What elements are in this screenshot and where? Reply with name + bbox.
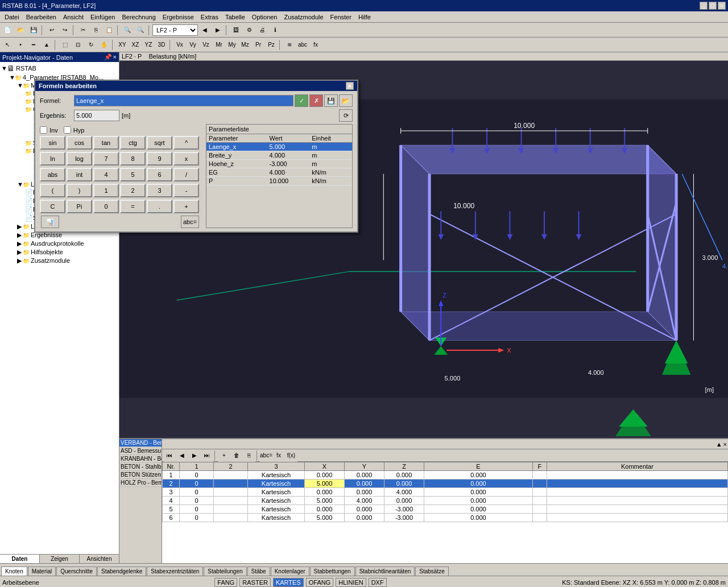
sheet-tb-last[interactable]: ⏭ [201,449,213,462]
param-row[interactable]: Laenge_x 5.000 m [206,143,352,151]
menu-tabelle[interactable]: Tabelle [222,13,249,21]
tb2-label[interactable]: Vx [173,39,186,51]
calc-abc-btn[interactable]: abc= [181,216,199,228]
calc-pi[interactable]: Pi [67,200,92,213]
calc-table-btn[interactable]: 📊 [41,216,59,228]
menu-hilfe[interactable]: Hilfe [355,13,374,21]
status-kartes[interactable]: KARTES [273,578,304,587]
calc-lparen[interactable]: ( [40,184,65,197]
formel-input[interactable] [74,95,293,106]
tree-hilfsobjekte[interactable]: ▶📁Hilfsobjekte [1,248,118,257]
calc-7[interactable]: 7 [93,152,119,166]
restore-btn[interactable]: □ [709,2,717,10]
tb-info[interactable]: ℹ [269,24,282,36]
tb2-my[interactable]: My [226,39,238,51]
tb2-view-3d[interactable]: 3D [155,39,168,51]
tb-zoom-out[interactable]: 🔍 [134,24,147,36]
nav-close-btn[interactable]: × [113,53,117,61]
table-row[interactable]: 3 0 Kartesisch 0.000 0.000 4.000 0.000 [163,488,728,497]
tb-paste[interactable]: 📋 [103,24,115,36]
strip-asd[interactable]: ASD - Bemessung na... [119,447,162,455]
tb-redo[interactable]: ↪ [59,24,71,36]
tb2-zoom-all[interactable]: ⊡ [72,39,84,51]
calc-rparen[interactable]: ) [67,184,92,197]
calc-abs[interactable]: abs [40,168,65,181]
formula-dialog[interactable]: Formeln bearbeiten × Formel: ✓ ✗ 💾 📂 Erg… [34,80,358,233]
tb2-fx[interactable]: fx [309,39,322,51]
tab-stabendgelenke[interactable]: Stabendgelenke [97,567,146,576]
formula-dialog-title[interactable]: Formeln bearbeiten × [35,81,357,91]
calc-sqrt[interactable]: sqrt [147,136,172,150]
tb2-pz[interactable]: Pz [265,39,278,51]
tb2-select[interactable]: ↖ [1,39,14,51]
formula-dialog-close-btn[interactable]: × [346,82,354,90]
tree-rstab[interactable]: ▼ 🖥 RSTAB [1,63,118,73]
tb2-pr[interactable]: Pr [252,39,264,51]
calc-ctg[interactable]: ctg [120,136,146,150]
strip-holz[interactable]: HOLZ Pro - Bemerru... [119,479,162,487]
calc-x[interactable]: x [173,152,199,166]
strip-kranbahn[interactable]: KRANBAHN - Bemes... [119,455,162,463]
sheet-tb-add[interactable]: + [218,449,230,462]
tb2-view-xz[interactable]: XZ [129,39,142,51]
param-row[interactable]: EG 4.000 kN/m [206,168,352,177]
tab-stabnichtlin[interactable]: Stabnichtlinearitäten [355,567,415,576]
tb2-mr[interactable]: Mr [213,39,225,51]
calc-minus[interactable]: - [173,184,199,197]
menu-datei[interactable]: Datei [1,13,23,21]
tb-next-lf[interactable]: ▶ [212,24,224,36]
table-row[interactable]: 4 0 Kartesisch 5.000 4.000 0.000 0.000 [163,497,728,505]
tb-undo[interactable]: ↩ [46,24,58,36]
sheet-tb-abc[interactable]: abc= [260,449,272,462]
tab-stabbettungen[interactable]: Stabbettungen [310,567,355,576]
sheet-tb-copy[interactable]: ⎘ [243,449,255,462]
strip-beton[interactable]: BETON - Stahlbeton... [119,463,162,471]
table-row[interactable]: 5 0 Kartesisch 0.000 0.000 -3.000 0.000 [163,505,728,514]
param-row[interactable]: P 10.000 kN/m [206,177,352,185]
menu-optionen[interactable]: Optionen [249,13,281,21]
calc-plus[interactable]: + [173,200,199,213]
menu-extras[interactable]: Extras [197,13,222,21]
sheet-tb-fx2[interactable]: f(x) [285,449,297,462]
nav-pin-btn[interactable]: 📌 [104,53,112,61]
tab-stabsaetze[interactable]: Stabsätze [415,567,448,576]
tb-new[interactable]: 📄 [1,24,14,36]
tree-zusatzmodule[interactable]: ▶📁Zusatzmodule [1,257,118,265]
tb2-rotate[interactable]: ↻ [85,39,97,51]
tb2-node[interactable]: • [14,39,27,51]
calc-cos[interactable]: cos [67,136,92,150]
calc-int[interactable]: int [67,168,92,181]
tb2-vz[interactable]: Vz [200,39,212,51]
calc-3[interactable]: 3 [147,184,172,197]
menu-zusatzmodule[interactable]: Zusatzmodule [281,13,327,21]
tb-prev-lf[interactable]: ◀ [198,24,211,36]
tb2-support[interactable]: ▲ [40,39,53,51]
close-btn[interactable]: × [718,2,726,10]
strip-verband[interactable]: VERBAND - Bemessu... [119,439,162,447]
calc-9[interactable]: 9 [147,152,172,166]
status-fang[interactable]: FANG [214,578,237,587]
status-raster[interactable]: RASTER [239,578,271,587]
tb2-view-xy[interactable]: XY [116,39,129,51]
formel-ok-btn[interactable]: ✓ [295,94,308,107]
tab-staebe[interactable]: Stäbe [247,567,270,576]
tb2-pan[interactable]: ✋ [98,39,110,51]
calc-log[interactable]: log [67,152,92,166]
formel-cancel-btn[interactable]: ✗ [309,94,323,107]
calc-2[interactable]: 2 [120,184,146,197]
formel-load-btn[interactable]: 📂 [339,94,353,107]
tb-copy[interactable]: ⎘ [90,24,102,36]
param-row[interactable]: Breite_y 4.000 m [206,151,352,160]
sheet-tb-fx[interactable]: fx [272,449,285,462]
sheet-close-btn[interactable]: × [723,441,727,448]
calc-dot[interactable]: . [147,200,172,213]
nav-tab-daten[interactable]: Daten [0,555,40,563]
calc-sin[interactable]: sin [40,136,65,150]
tab-stabexzentrizitaeten[interactable]: Stabexzentrizitäten [147,567,203,576]
menu-ansicht[interactable]: Ansicht [60,13,87,21]
tb-cut[interactable]: ✂ [77,24,89,36]
strip-beton-stuetzen[interactable]: BETON Stützen - Sta... [119,471,162,479]
calc-8[interactable]: 8 [120,152,146,166]
table-row[interactable]: 1 0 Kartesisch 0.000 0.000 0.000 0.000 [163,471,728,479]
tb-zoom-in[interactable]: 🔍 [121,24,134,36]
